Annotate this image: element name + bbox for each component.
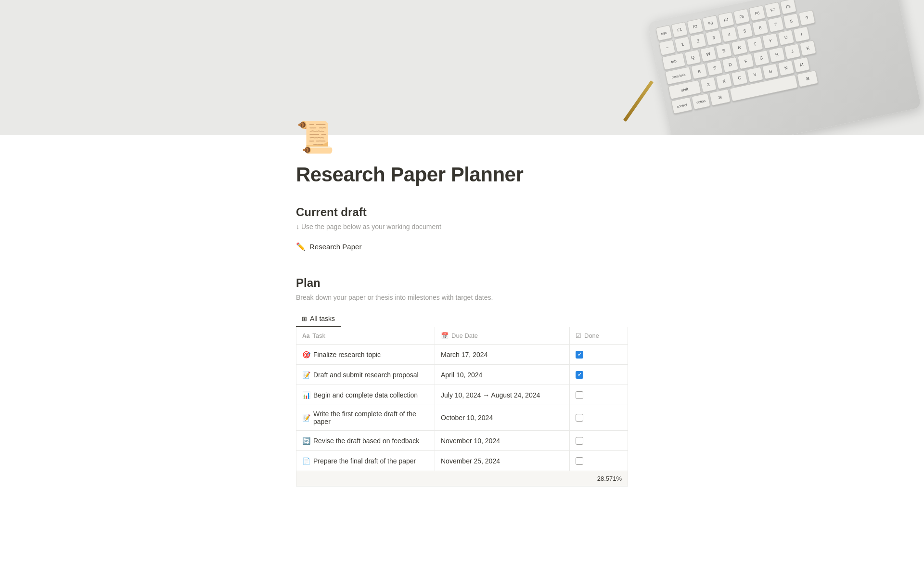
checkbox-col-icon: ☑ <box>576 332 581 339</box>
due-date-cell-6: November 25, 2024 <box>435 451 570 471</box>
task-emoji-4: 📝 <box>302 414 310 422</box>
table-row: 📝 Write the first complete draft of the … <box>296 405 628 431</box>
column-task: Aa Task <box>296 327 435 344</box>
plan-subtitle: Break down your paper or thesis into mil… <box>296 294 628 301</box>
column-done: ☑ Done <box>570 327 628 344</box>
task-col-label: Task <box>312 332 325 339</box>
done-col-label: Done <box>584 332 599 339</box>
checkbox-2[interactable] <box>576 371 583 379</box>
current-draft-section: Current draft ↓ Use the page below as yo… <box>296 205 628 253</box>
task-text-3: Begin and complete data collection <box>313 391 418 399</box>
due-date-col-label: Due Date <box>451 332 478 339</box>
progress-row: 28.571% <box>296 471 628 486</box>
calendar-icon: 📅 <box>441 332 449 339</box>
due-date-text-2: April 10, 2024 <box>441 371 482 379</box>
task-cell-4: 📝 Write the first complete draft of the … <box>296 405 435 430</box>
task-emoji-6: 📄 <box>302 457 310 465</box>
pencil-icon: ✏️ <box>296 242 306 251</box>
tab-all-tasks[interactable]: ⊞ All tasks <box>296 311 341 327</box>
page-title: Research Paper Planner <box>296 163 628 186</box>
draft-link-text: Research Paper <box>309 243 361 251</box>
checkbox-4[interactable] <box>576 414 583 422</box>
tabs-row: ⊞ All tasks <box>296 311 628 327</box>
task-text-5: Revise the draft based on feedback <box>313 437 419 445</box>
due-date-text-1: March 17, 2024 <box>441 351 488 359</box>
main-content: 📜 Research Paper Planner Current draft ↓… <box>257 119 667 487</box>
done-cell-4[interactable] <box>570 405 628 430</box>
tasks-table: Aa Task 📅 Due Date ☑ Done 🎯 Finalize res… <box>296 327 628 487</box>
tab-all-tasks-label: All tasks <box>310 315 335 322</box>
table-row: 📊 Begin and complete data collection Jul… <box>296 385 628 405</box>
task-emoji-1: 🎯 <box>302 351 310 359</box>
done-cell-6[interactable] <box>570 451 628 471</box>
task-cell-5: 🔄 Revise the draft based on feedback <box>296 431 435 450</box>
current-draft-subtitle: ↓ Use the page below as your working doc… <box>296 223 628 231</box>
task-col-icon: Aa <box>302 333 309 339</box>
column-due-date: 📅 Due Date <box>435 327 570 344</box>
task-cell-6: 📄 Prepare the final draft of the paper <box>296 451 435 471</box>
task-text-6: Prepare the final draft of the paper <box>313 457 416 465</box>
plan-heading: Plan <box>296 276 628 290</box>
task-text-1: Finalize research topic <box>313 351 381 359</box>
task-emoji-2: 📝 <box>302 371 310 379</box>
due-date-text-4: October 10, 2024 <box>441 414 493 422</box>
table-row: 📝 Draft and submit research proposal Apr… <box>296 365 628 385</box>
checkbox-3[interactable] <box>576 391 583 399</box>
task-text-2: Draft and submit research proposal <box>313 371 419 379</box>
table-row: 🎯 Finalize research topic March 17, 2024 <box>296 345 628 365</box>
current-draft-heading: Current draft <box>296 205 628 219</box>
task-cell-3: 📊 Begin and complete data collection <box>296 385 435 405</box>
due-date-text-5: November 10, 2024 <box>441 437 500 445</box>
due-date-cell-5: November 10, 2024 <box>435 431 570 450</box>
due-date-cell-4: October 10, 2024 <box>435 405 570 430</box>
due-date-cell-1: March 17, 2024 <box>435 345 570 364</box>
done-cell-5[interactable] <box>570 431 628 450</box>
due-date-text-6: November 25, 2024 <box>441 457 500 465</box>
checkbox-5[interactable] <box>576 437 583 445</box>
done-cell-3[interactable] <box>570 385 628 405</box>
page-icon: 📜 <box>296 119 628 155</box>
checkbox-6[interactable] <box>576 457 583 465</box>
task-emoji-3: 📊 <box>302 391 310 399</box>
due-date-cell-2: April 10, 2024 <box>435 365 570 385</box>
research-paper-link[interactable]: ✏️ Research Paper <box>296 240 628 253</box>
header-banner: esc F1 F2 F3 F4 F5 F6 F7 F8 ~ 1 2 3 4 5 … <box>0 0 924 135</box>
task-cell-1: 🎯 Finalize research topic <box>296 345 435 364</box>
table-header: Aa Task 📅 Due Date ☑ Done <box>296 327 628 345</box>
table-row: 📄 Prepare the final draft of the paper N… <box>296 451 628 471</box>
keyboard-decoration: esc F1 F2 F3 F4 F5 F6 F7 F8 ~ 1 2 3 4 5 … <box>648 0 922 135</box>
task-cell-2: 📝 Draft and submit research proposal <box>296 365 435 385</box>
table-row: 🔄 Revise the draft based on feedback Nov… <box>296 431 628 451</box>
progress-value: 28.571% <box>597 475 622 482</box>
done-cell-2[interactable] <box>570 365 628 385</box>
grid-icon: ⊞ <box>302 315 307 322</box>
done-cell-1[interactable] <box>570 345 628 364</box>
due-date-cell-3: July 10, 2024 → August 24, 2024 <box>435 385 570 405</box>
plan-section: Plan Break down your paper or thesis int… <box>296 276 628 487</box>
due-date-text-3: July 10, 2024 → August 24, 2024 <box>441 391 540 399</box>
task-text-4: Write the first complete draft of the pa… <box>313 410 429 425</box>
checkbox-1[interactable] <box>576 351 583 359</box>
task-emoji-5: 🔄 <box>302 437 310 445</box>
